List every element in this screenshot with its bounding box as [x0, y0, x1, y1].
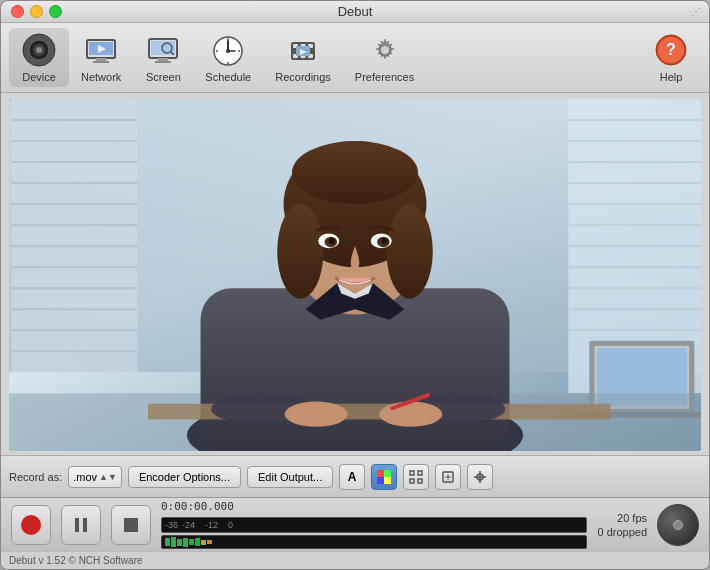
level-label-neg12: -12 — [205, 520, 218, 530]
pause-button[interactable] — [61, 505, 101, 545]
svg-point-24 — [216, 50, 218, 52]
level-bar-display — [161, 535, 587, 549]
level-bar-2 — [171, 537, 176, 547]
toolbar-label-device: Device — [22, 71, 56, 83]
record-as-label: Record as: — [9, 471, 62, 483]
toolbar-label-schedule: Schedule — [205, 71, 251, 83]
levels-area: 0:00:00.000 -36 -24 -12 0 — [161, 500, 587, 549]
level-bar-8 — [207, 540, 212, 544]
toolbar-item-device[interactable]: Device — [9, 28, 69, 87]
minimize-button[interactable] — [30, 5, 43, 18]
main-window: Debut ⋰ Device — [0, 0, 710, 570]
level-bar-4 — [183, 538, 188, 547]
crosshair-button[interactable] — [467, 464, 493, 490]
dropped-display: 0 dropped — [597, 526, 647, 538]
svg-point-23 — [227, 62, 229, 64]
grid-icon — [409, 470, 423, 484]
svg-point-35 — [381, 46, 389, 54]
toolbar-label-screen: Screen — [146, 71, 181, 83]
svg-point-89 — [329, 238, 335, 244]
svg-rect-97 — [410, 479, 414, 483]
svg-rect-91 — [377, 470, 384, 477]
svg-rect-8 — [93, 61, 109, 63]
svg-point-90 — [381, 238, 387, 244]
level-bar-6 — [195, 538, 200, 546]
toolbar-item-network[interactable]: Network — [69, 28, 133, 87]
crop-icon — [441, 470, 455, 484]
network-icon — [83, 32, 119, 68]
window-title: Debut — [338, 4, 373, 19]
toolbar-item-help[interactable]: ? Help — [641, 28, 701, 87]
svg-point-3 — [36, 47, 42, 53]
text-overlay-button[interactable]: A — [339, 464, 365, 490]
status-text: Debut v 1.52 © NCH Software — [9, 555, 143, 566]
schedule-icon — [210, 32, 246, 68]
help-icon: ? — [653, 32, 689, 68]
level-bar-3 — [177, 539, 182, 546]
record-button[interactable] — [11, 505, 51, 545]
svg-rect-110 — [83, 518, 87, 532]
toolbar-label-help: Help — [660, 71, 683, 83]
transport-bar: 0:00:00.000 -36 -24 -12 0 — [1, 497, 709, 551]
toolbar-label-network: Network — [81, 71, 121, 83]
edit-output-button[interactable]: Edit Output... — [247, 466, 333, 488]
maximize-button[interactable] — [49, 5, 62, 18]
level-meter: -36 -24 -12 0 — [161, 517, 587, 533]
status-bar: Debut v 1.52 © NCH Software — [1, 551, 709, 569]
svg-point-20 — [226, 49, 230, 53]
fps-info: 20 fps 0 dropped — [597, 512, 647, 538]
level-label-zero: 0 — [228, 520, 233, 530]
level-label-neg24: -24 — [182, 520, 195, 530]
close-button[interactable] — [11, 5, 24, 18]
toolbar-item-schedule[interactable]: Schedule — [193, 28, 263, 87]
encoder-options-button[interactable]: Encoder Options... — [128, 466, 241, 488]
svg-rect-111 — [124, 518, 138, 532]
color-icon — [377, 470, 391, 484]
svg-rect-109 — [75, 518, 79, 532]
toolbar-item-preferences[interactable]: Preferences — [343, 28, 426, 87]
svg-rect-13 — [155, 61, 171, 63]
svg-point-22 — [238, 50, 240, 52]
timecode-display: 0:00:00.000 — [161, 500, 587, 513]
toolbar-item-screen[interactable]: Screen — [133, 28, 193, 87]
color-button[interactable] — [371, 464, 397, 490]
controls-bar: Record as: .mov ▲▼ Encoder Options... Ed… — [1, 455, 709, 497]
stop-button[interactable] — [111, 505, 151, 545]
format-select[interactable]: .mov ▲▼ — [68, 466, 122, 488]
crosshair-icon — [473, 470, 487, 484]
text-icon: A — [348, 470, 357, 484]
svg-text:?: ? — [666, 41, 676, 58]
toolbar-item-recordings[interactable]: Recordings — [263, 28, 343, 87]
disc-icon — [657, 504, 699, 546]
crop-button[interactable] — [435, 464, 461, 490]
preferences-icon — [367, 32, 403, 68]
toolbar-label-recordings: Recordings — [275, 71, 331, 83]
svg-rect-7 — [96, 58, 106, 61]
svg-point-108 — [21, 515, 41, 535]
device-icon — [21, 32, 57, 68]
grid-button[interactable] — [403, 464, 429, 490]
video-area — [9, 99, 701, 451]
fps-display: 20 fps — [617, 512, 647, 524]
svg-rect-96 — [418, 471, 422, 475]
recordings-icon — [285, 32, 321, 68]
svg-point-84 — [292, 141, 418, 204]
window-controls — [11, 5, 62, 18]
svg-point-83 — [387, 204, 433, 299]
svg-rect-12 — [158, 58, 168, 61]
level-bar-7 — [201, 540, 206, 545]
svg-point-82 — [277, 204, 323, 299]
svg-rect-94 — [384, 477, 391, 484]
svg-point-77 — [379, 402, 442, 427]
titlebar: Debut ⋰ — [1, 1, 709, 23]
svg-rect-98 — [418, 479, 422, 483]
screen-icon — [145, 32, 181, 68]
video-preview — [9, 99, 701, 451]
svg-point-21 — [227, 38, 229, 40]
svg-rect-93 — [377, 477, 384, 484]
svg-point-76 — [285, 402, 348, 427]
level-bar-1 — [165, 538, 170, 546]
toolbar-label-preferences: Preferences — [355, 71, 414, 83]
svg-rect-92 — [384, 470, 391, 477]
format-value: .mov — [73, 471, 97, 483]
